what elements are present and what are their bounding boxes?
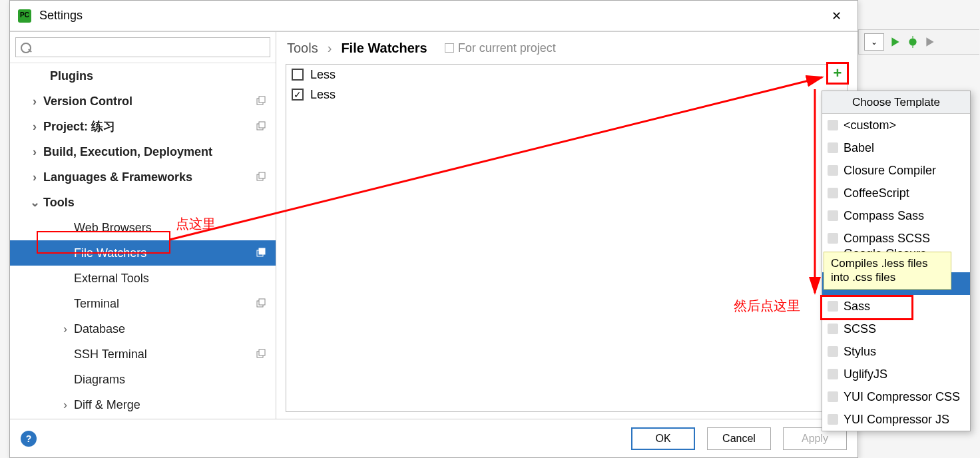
sidebar-item-diagrams[interactable]: Diagrams <box>10 367 276 392</box>
template-item-babel[interactable]: Babel <box>822 136 970 159</box>
chevron-icon: › <box>29 120 41 134</box>
sidebar-item-database[interactable]: ›Database <box>10 316 276 342</box>
search-input[interactable] <box>15 37 270 57</box>
chevron-icon: › <box>29 145 41 159</box>
run-coverage-icon[interactable] <box>924 36 936 48</box>
template-item-label: Compass SCSS <box>844 232 930 246</box>
cancel-button[interactable]: Cancel <box>707 427 771 450</box>
dialog-title: Settings <box>39 9 83 23</box>
chevron-icon: › <box>29 95 41 109</box>
template-item-icon <box>828 369 838 379</box>
chevron-icon: › <box>59 398 71 412</box>
sidebar-item-diff-merge[interactable]: ›Diff & Merge <box>10 392 276 417</box>
breadcrumb-root[interactable]: Tools <box>287 41 318 56</box>
debug-icon[interactable] <box>907 36 919 48</box>
template-item-compass-scss[interactable]: Compass SCSS <box>822 227 970 250</box>
template-item-icon <box>828 391 838 402</box>
annotation-arrow-2 <box>811 89 824 297</box>
svg-marker-0 <box>891 37 899 47</box>
tree-item-label: Plugins <box>50 69 93 83</box>
template-item-stylus[interactable]: Stylus <box>822 340 970 363</box>
ok-button[interactable]: OK <box>631 427 695 450</box>
annotation-box-less <box>820 295 913 320</box>
template-item-label: YUI Compressor CSS <box>844 390 960 404</box>
svg-point-1 <box>909 38 916 45</box>
less-template-tooltip: Compiles .less files into .css files <box>824 252 951 290</box>
project-scope-badge-icon <box>256 298 266 309</box>
tree-item-label: Diff & Merge <box>74 398 140 412</box>
help-icon[interactable]: ? <box>21 431 37 447</box>
tree-item-label: SSH Terminal <box>74 347 147 361</box>
popup-header: Choose Template <box>822 91 970 114</box>
template-item-icon <box>828 346 838 357</box>
chevron-icon: › <box>59 322 71 336</box>
annotation-arrow-1 <box>170 73 836 246</box>
breadcrumb: Tools › File Watchers For current projec… <box>276 32 858 64</box>
annotation-box-filewatchers <box>37 231 170 254</box>
ide-toolbar-fragment: ⌄ <box>858 29 979 55</box>
svg-marker-4 <box>926 37 933 47</box>
svg-rect-14 <box>259 299 265 305</box>
template-item-icon <box>828 414 838 425</box>
svg-line-17 <box>170 77 822 240</box>
template-item-coffeescript[interactable]: CoffeeScript <box>822 182 970 204</box>
run-icon[interactable] <box>889 36 901 48</box>
project-scope-icon <box>445 43 454 53</box>
svg-rect-16 <box>259 349 265 355</box>
breadcrumb-scope: For current project <box>445 41 556 55</box>
tree-item-label: Terminal <box>74 297 119 311</box>
sidebar-item-external-tools[interactable]: External Tools <box>10 266 276 291</box>
template-item-label: UglifyJS <box>844 367 887 381</box>
template-item-label: Compass Sass <box>844 209 924 223</box>
template-item-label: SCSS <box>844 322 876 336</box>
template-item-yui-compressor-css[interactable]: YUI Compressor CSS <box>822 385 970 408</box>
template-item-icon <box>828 324 838 334</box>
tree-item-label: Tools <box>43 196 75 210</box>
project-scope-badge-icon <box>256 349 266 359</box>
tree-item-label: Version Control <box>43 95 132 109</box>
annotation-text-2: 然后点这里 <box>734 297 800 315</box>
template-item-label: Closure Compiler <box>844 164 936 178</box>
template-item-compass-sass[interactable]: Compass Sass <box>822 204 970 227</box>
tree-item-label: Database <box>74 322 125 336</box>
breadcrumb-sep: › <box>328 41 332 56</box>
tree-item-label: External Tools <box>74 272 149 286</box>
dialog-footer: ? OK Cancel Apply <box>10 419 858 457</box>
sidebar-item-python-external-documentation[interactable]: Python External Documentation <box>10 417 276 419</box>
run-config-dropdown[interactable]: ⌄ <box>864 33 884 51</box>
titlebar: Settings ✕ <box>10 1 858 31</box>
template-item-label: Stylus <box>844 345 876 359</box>
template-item-label: <custom> <box>844 118 896 132</box>
app-icon <box>18 9 31 23</box>
sidebar-item-terminal[interactable]: Terminal <box>10 291 276 316</box>
tree-item-label: Project: 练习 <box>43 118 115 134</box>
project-scope-badge-icon <box>256 248 266 258</box>
close-button[interactable]: ✕ <box>823 5 850 27</box>
svg-rect-12 <box>259 248 265 254</box>
chevron-icon: ⌄ <box>29 195 41 210</box>
template-item-label: CoffeeScript <box>844 186 909 200</box>
template-item-uglifyjs[interactable]: UglifyJS <box>822 363 970 385</box>
template-item-yui-compressor-js[interactable]: YUI Compressor JS <box>822 408 970 431</box>
template-item-scss[interactable]: SCSS <box>822 318 970 340</box>
search-icon <box>15 37 270 57</box>
sidebar-item-ssh-terminal[interactable]: SSH Terminal <box>10 342 276 367</box>
template-item--custom-[interactable]: <custom> <box>822 114 970 136</box>
chevron-icon: › <box>29 170 41 184</box>
template-item-label: Babel <box>844 141 874 155</box>
breadcrumb-current: File Watchers <box>341 41 427 56</box>
tree-item-label: Diagrams <box>74 373 125 387</box>
template-item-label: YUI Compressor JS <box>844 413 949 427</box>
template-item-closure-compiler[interactable]: Closure Compiler <box>822 159 970 182</box>
